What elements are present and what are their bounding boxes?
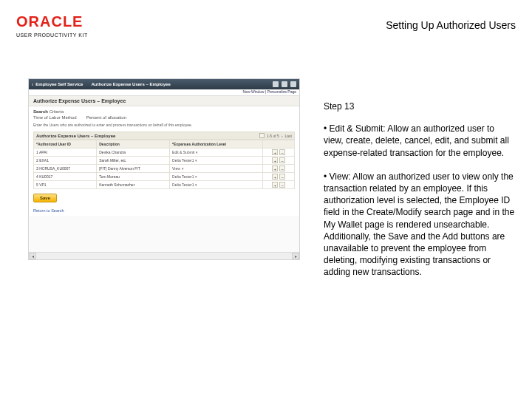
delete-row-button[interactable]: −	[279, 166, 285, 171]
delete-row-button[interactable]: −	[279, 182, 285, 188]
cell-userid: 1 APAI	[34, 149, 97, 157]
cell-userid: 4 KU0017	[34, 173, 97, 181]
delete-row-button[interactable]: −	[279, 149, 285, 155]
brand-subtitle: USER PRODUCTIVITY KIT	[16, 33, 88, 38]
scroll-left-icon[interactable]: ◂	[29, 253, 36, 259]
cell-actions: +−	[263, 157, 295, 165]
table-row: 3 HCRUSA_KU0007[FIT] Danny Alverson FITV…	[34, 165, 295, 173]
delete-row-button[interactable]: −	[279, 174, 285, 180]
table-row: 2 EXA1Sarah Miller, etc.Delta Tester1▾+−	[34, 157, 295, 165]
cell-actions: +−	[263, 149, 295, 157]
cell-actions: +−	[263, 181, 295, 189]
back-icon[interactable]: ‹	[32, 82, 33, 87]
page-title: Authorize Expense Users – Employee	[91, 82, 170, 86]
time-value: Percent of allocation	[86, 115, 126, 120]
cell-actions: +−	[263, 165, 295, 173]
instruction-panel: Step 13 • Edit & Submit: Allow an author…	[324, 100, 516, 290]
instruction-para-1: • Edit & Submit: Allow an authorized use…	[324, 123, 516, 159]
cell-description: Devika Chandra	[97, 149, 170, 157]
search-label: Search	[33, 109, 48, 114]
horizontal-scrollbar[interactable]: ◂ ▸	[29, 252, 299, 259]
breadcrumb[interactable]: Employee Self Service	[35, 82, 83, 86]
cell-auth-level[interactable]: Delta Tester1▾	[170, 157, 263, 165]
table-row: 4 KU0017Tom MoreauDelta Tester1▾+−	[34, 173, 295, 181]
table-row: 1 APAIDevika ChandraEdit & Submit▾+−	[34, 149, 295, 157]
grid-tool-icon[interactable]	[259, 133, 265, 138]
flag-icon[interactable]	[282, 81, 287, 87]
cell-auth-level[interactable]: Delta Tester1▾	[170, 173, 263, 181]
add-row-button[interactable]: +	[272, 166, 278, 171]
step-label: Step 13	[324, 100, 516, 112]
cell-auth-level[interactable]: Delta Tester1▾	[170, 181, 263, 189]
scroll-right-icon[interactable]: ▸	[292, 253, 299, 259]
col-auth-level[interactable]: *Expenses Authorization Level	[170, 140, 263, 149]
add-row-button[interactable]: +	[272, 174, 278, 180]
chevron-down-icon: ▾	[195, 183, 197, 187]
embedded-screenshot: ‹ Employee Self Service Authorize Expens…	[28, 78, 300, 260]
cell-description: Kenneth Schumacher	[97, 181, 170, 189]
add-row-button[interactable]: +	[272, 157, 278, 163]
brand-logo: ORACLE	[16, 13, 88, 30]
menu-icon[interactable]	[290, 81, 296, 87]
cell-description: [FIT] Danny Alverson FIT	[97, 165, 170, 173]
grid-header: Authorize Expense Users – Employee 1-5 o…	[33, 132, 295, 140]
cell-auth-level[interactable]: View▾	[170, 165, 263, 173]
add-row-button[interactable]: +	[272, 182, 278, 188]
delete-row-button[interactable]: −	[279, 157, 285, 163]
chevron-down-icon: ▾	[195, 158, 197, 163]
doc-title: Setting Up Authorized Users	[386, 19, 516, 31]
save-button[interactable]: Save	[33, 194, 57, 202]
cell-description: Sarah Miller, etc.	[97, 157, 170, 165]
section-header: Authorize Expense Users – Employee	[29, 96, 299, 106]
search-description: Enter the Users who are authorized to en…	[33, 123, 295, 127]
cell-userid: 3 HCRUSA_KU0007	[34, 165, 97, 173]
app-topbar: ‹ Employee Self Service Authorize Expens…	[29, 79, 299, 89]
cell-actions: +−	[263, 173, 295, 181]
search-criteria: Criteria	[50, 109, 64, 114]
add-row-button[interactable]: +	[272, 149, 278, 155]
cell-description: Tom Moreau	[97, 173, 170, 181]
search-heading: Search Criteria	[33, 109, 295, 114]
cell-auth-level[interactable]: Edit & Submit▾	[170, 149, 263, 157]
cell-userid: 2 EXA1	[34, 157, 97, 165]
time-row: Time of Labor Method Percent of allocati…	[33, 115, 295, 120]
instruction-para-2: • View: Allow an authorized user to view…	[324, 171, 516, 279]
chevron-down-icon: ▾	[182, 166, 184, 171]
col-description[interactable]: Description	[97, 140, 170, 149]
chevron-down-icon: ▾	[196, 150, 198, 154]
chevron-down-icon: ▾	[195, 174, 197, 179]
grid-title: Authorize Expense Users – Employee	[36, 134, 115, 138]
col-userid[interactable]: *Authorized User ID	[34, 140, 97, 149]
grid-nav-last[interactable]: Last	[285, 134, 292, 138]
grid-nav: 1-5 of 5	[267, 134, 279, 138]
brand: ORACLE USER PRODUCTIVITY KIT	[16, 13, 88, 38]
time-label: Time of Labor Method	[33, 115, 85, 120]
page-links[interactable]: New Window | Personalize Page	[29, 89, 299, 96]
home-icon[interactable]	[273, 81, 279, 87]
table-row: 5 VP1Kenneth SchumacherDelta Tester1▾+−	[34, 181, 295, 189]
cell-userid: 5 VP1	[34, 181, 97, 189]
return-link[interactable]: Return to Search	[33, 208, 295, 213]
col-actions	[263, 140, 295, 149]
auth-users-table: *Authorized User ID Description *Expense…	[33, 140, 295, 189]
